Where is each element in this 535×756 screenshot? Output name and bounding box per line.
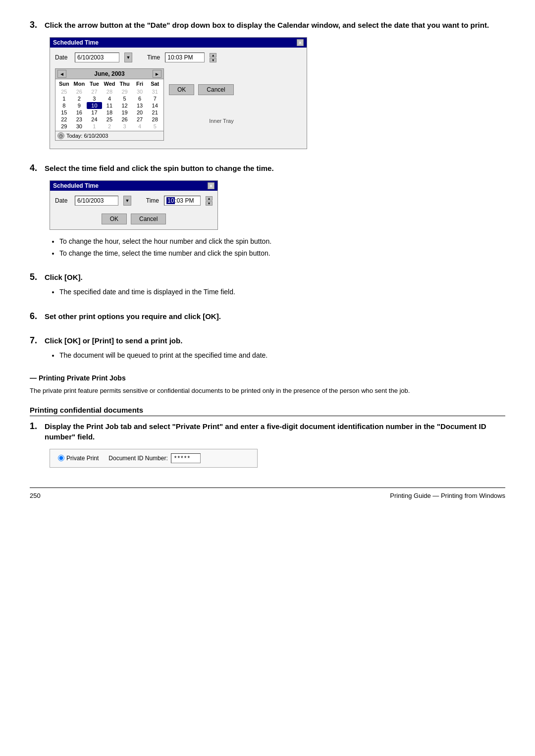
dialog-1-date-input[interactable]: 6/10/2003 [75, 53, 119, 62]
dialog-1-cancel-btn[interactable]: Cancel [198, 84, 233, 95]
dialog-1-spin: ▲ ▼ [210, 53, 216, 62]
cal-hdr-mon: Mon [72, 80, 87, 87]
step-4-bullet-0: To change the hour, select the hour numb… [59, 237, 505, 247]
cal-cell-1-0[interactable]: 1 [56, 95, 72, 102]
cal-month-label: June, 2003 [94, 70, 124, 77]
cal-cell-3-6[interactable]: 21 [147, 109, 162, 116]
dialog-1-titlebar: Scheduled Time × [50, 38, 307, 48]
cal-hdr-wed: Wed [102, 80, 117, 87]
cal-cell-1-5[interactable]: 6 [132, 95, 148, 102]
calendar-wrapper: ◄ June, 2003 ► Sun Mon Tue Wed [55, 66, 164, 144]
cal-cell-0-6[interactable]: 31 [147, 88, 162, 95]
cal-cell-4-2[interactable]: 24 [87, 116, 102, 123]
cal-cell-4-4[interactable]: 26 [117, 116, 132, 123]
cal-cell-4-5[interactable]: 27 [132, 116, 148, 123]
cal-cell-5-0[interactable]: 29 [56, 123, 72, 130]
cal-cell-0-4[interactable]: 29 [117, 88, 132, 95]
cal-cell-4-6[interactable]: 28 [147, 116, 162, 123]
cal-cell-5-1[interactable]: 30 [72, 123, 87, 130]
dialog-2-cancel-btn[interactable]: Cancel [131, 214, 166, 224]
dialog-1-close[interactable]: × [297, 39, 304, 46]
dialog-2-dropdown-btn[interactable]: ▼ [123, 196, 131, 206]
cal-cell-2-1[interactable]: 9 [72, 102, 87, 109]
dialog-2-ok-btn[interactable]: OK [102, 214, 127, 224]
cal-cell-2-5[interactable]: 13 [132, 102, 148, 109]
dialog-2-titlebar: Scheduled Time × [50, 181, 217, 191]
step-3-block: 3. Click the arrow button at the "Date" … [30, 20, 505, 149]
cal-cell-0-5[interactable]: 30 [132, 88, 148, 95]
step-5-text: Click [OK]. [45, 272, 83, 282]
cal-prev-btn[interactable]: ◄ [57, 70, 66, 78]
dialog-2-body: Date 6/10/2003 ▼ Time 10:03 PM ▲ ▼ [50, 191, 217, 229]
cal-cell-1-4[interactable]: 5 [117, 95, 132, 102]
time-hours-highlighted: 10 [166, 197, 175, 204]
dialog-2-close[interactable]: × [208, 182, 214, 189]
dialog-2-time-label: Time [146, 197, 159, 204]
dialog-1-time-input[interactable]: 10:03 PM [165, 53, 205, 62]
step-5-number: 5. [30, 272, 41, 282]
cal-row-5: 29 30 1 2 3 4 5 [56, 123, 162, 130]
cal-next-btn[interactable]: ► [153, 70, 161, 78]
doc-id-label: Document ID Number: [108, 455, 167, 462]
cal-cell-3-5[interactable]: 20 [132, 109, 148, 116]
dialog-1-spin-up[interactable]: ▲ [210, 53, 216, 57]
cal-cell-3-2[interactable]: 17 [87, 109, 102, 116]
cal-cell-5-2[interactable]: 1 [87, 123, 102, 130]
cal-cell-4-0[interactable]: 22 [56, 116, 72, 123]
cal-cell-0-1[interactable]: 26 [72, 88, 87, 95]
cal-cell-5-3[interactable]: 2 [102, 123, 117, 130]
dialog-1-ok-btn[interactable]: OK [169, 84, 194, 95]
step-3-text: Click the arrow button at the "Date" dro… [45, 20, 489, 30]
cal-cell-5-5[interactable]: 4 [132, 123, 148, 130]
cal-cell-4-3[interactable]: 25 [102, 116, 117, 123]
step-7-number: 7. [30, 335, 41, 346]
calendar-header-row: Sun Mon Tue Wed Thu Fri Sat [56, 80, 162, 87]
step-4-number: 4. [30, 163, 41, 173]
cal-cell-5-4[interactable]: 3 [117, 123, 132, 130]
cal-cell-3-3[interactable]: 18 [102, 109, 117, 116]
cal-cell-2-2-selected[interactable]: 10 [87, 102, 102, 109]
dialog-2-spin-up[interactable]: ▲ [206, 196, 213, 201]
doc-id-input[interactable]: ***** [171, 453, 201, 463]
private-print-container: Private Print Document ID Number: ***** [50, 449, 505, 468]
private-print-radio[interactable] [58, 455, 64, 461]
cal-cell-3-4[interactable]: 19 [117, 109, 132, 116]
step-4-heading: 4. Select the time field and click the s… [30, 163, 505, 173]
step-3-heading: 3. Click the arrow button at the "Date" … [30, 20, 505, 30]
cal-cell-1-3[interactable]: 4 [102, 95, 117, 102]
dialog-1-spin-down[interactable]: ▼ [210, 58, 216, 62]
cal-cell-4-1[interactable]: 23 [72, 116, 87, 123]
footer-page-label: Printing Guide — Printing from Windows [390, 492, 505, 499]
cal-row-3: 15 16 17 18 19 20 21 [56, 109, 162, 116]
cal-cell-2-0[interactable]: 8 [56, 102, 72, 109]
dialog-2-spin: ▲ ▼ [206, 196, 213, 206]
dialog-2-spin-down[interactable]: ▼ [206, 201, 213, 206]
cal-cell-0-2[interactable]: 27 [87, 88, 102, 95]
dialog-1-date-label: Date [55, 54, 70, 61]
cal-cell-2-4[interactable]: 12 [117, 102, 132, 109]
step-5-block: 5. Click [OK]. The specified date and ti… [30, 272, 505, 297]
calendar-today-row: ◷ Today: 6/10/2003 [55, 131, 163, 140]
step-4-bullets: To change the hour, select the hour numb… [59, 237, 505, 258]
step-4-text: Select the time field and click the spin… [45, 163, 274, 173]
cal-cell-2-6[interactable]: 14 [147, 102, 162, 109]
dialog-2-box: Scheduled Time × Date 6/10/2003 ▼ Time 1… [50, 180, 218, 230]
cal-cell-1-6[interactable]: 7 [147, 95, 162, 102]
step-4-block: 4. Select the time field and click the s… [30, 163, 505, 258]
dialog-1-dropdown-btn[interactable]: ▼ [124, 53, 132, 62]
cal-cell-1-1[interactable]: 2 [72, 95, 87, 102]
cal-cell-0-3[interactable]: 28 [102, 88, 117, 95]
cal-cell-3-1[interactable]: 16 [72, 109, 87, 116]
dialog-2-btns: OK Cancel [55, 214, 213, 224]
dialog-2-time-input[interactable]: 10:03 PM [164, 196, 201, 206]
dialog-2-date-input[interactable]: 6/10/2003 [75, 196, 118, 206]
dialog-1-container: Scheduled Time × Date 6/10/2003 ▼ Time 1… [50, 37, 505, 149]
dialog-2-container: Scheduled Time × Date 6/10/2003 ▼ Time 1… [50, 180, 505, 230]
cal-cell-5-6[interactable]: 5 [147, 123, 162, 130]
cal-cell-1-2[interactable]: 3 [87, 95, 102, 102]
page-footer: 250 Printing Guide — Printing from Windo… [30, 487, 505, 499]
dialog-1-btns: OK Cancel [169, 84, 234, 95]
cal-cell-0-0[interactable]: 25 [56, 88, 72, 95]
cal-cell-2-3[interactable]: 11 [102, 102, 117, 109]
cal-cell-3-0[interactable]: 15 [56, 109, 72, 116]
